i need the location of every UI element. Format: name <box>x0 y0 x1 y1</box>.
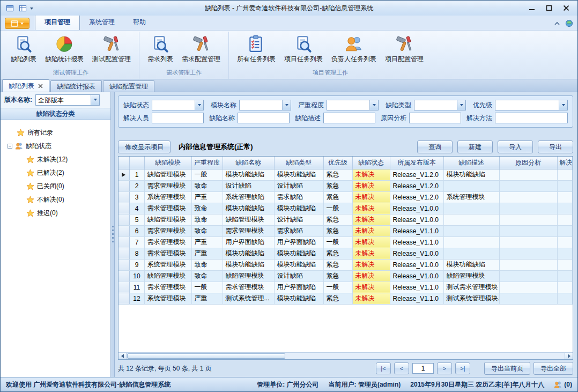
cell-priority[interactable]: 紧急 <box>323 270 352 282</box>
resolver-filter-input[interactable] <box>152 113 204 123</box>
prev-page-button[interactable]: < <box>394 363 409 374</box>
cell-module[interactable]: 缺陷管理模块 <box>144 214 191 225</box>
chevron-down-icon[interactable] <box>457 100 465 110</box>
scroll-right-arrow-icon[interactable] <box>565 353 573 359</box>
query-button[interactable]: 查询 <box>417 140 453 153</box>
cell-analysis[interactable] <box>499 180 557 191</box>
cell-module[interactable]: 系统管理模块 <box>144 259 191 270</box>
column-header-desc[interactable]: 缺陷描述 <box>443 157 499 169</box>
table-row[interactable]: 5缺陷管理模块致命缺陷管理模块设计缺陷紧急未解决Release_V1.0.0 <box>118 214 573 225</box>
cell-desc[interactable] <box>443 214 499 225</box>
close-button[interactable] <box>558 2 574 14</box>
cell-desc[interactable] <box>443 225 499 236</box>
cell-priority[interactable]: 紧急 <box>323 191 352 203</box>
last-page-button[interactable]: >| <box>455 363 470 374</box>
cell-type[interactable]: 模块功能缺陷 <box>274 259 323 270</box>
cell-type[interactable]: 模块功能缺陷 <box>274 293 323 304</box>
cell-module[interactable]: 需求管理模块 <box>144 282 191 293</box>
chevron-down-icon[interactable] <box>369 100 378 110</box>
cell-severity[interactable]: 致命 <box>191 203 223 214</box>
cell-type[interactable]: 设计缺陷 <box>274 270 323 282</box>
cell-desc[interactable]: 系统管理模块 <box>443 191 499 203</box>
splitter-handle[interactable] <box>111 92 115 377</box>
cell-module[interactable]: 系统管理模块 <box>144 191 191 203</box>
cell-type[interactable]: 需求缺陷 <box>274 191 323 203</box>
table-row[interactable]: 1缺陷管理模块一般模块功能缺陷模块功能缺陷紧急未解决Release_V1.2.0… <box>118 169 573 180</box>
cell-name[interactable]: 需求管理模块 <box>223 282 274 293</box>
application-menu-button[interactable] <box>5 18 29 29</box>
column-header-name[interactable]: 缺陷名称 <box>223 157 274 169</box>
cell-priority[interactable]: 紧急 <box>323 248 352 259</box>
defect-type-filter-combo[interactable] <box>414 100 466 110</box>
window-icon[interactable] <box>4 3 15 13</box>
table-row[interactable]: 7需求管理模块严重用户界面缺陷用户界面缺陷一般未解决Release_V1.1.0 <box>118 236 573 248</box>
cell-solution[interactable] <box>557 214 573 225</box>
cell-desc[interactable] <box>443 236 499 248</box>
cell-analysis[interactable] <box>499 169 557 180</box>
cell-desc[interactable]: 测试需求管理模块 <box>443 282 499 293</box>
modify-columns-button[interactable]: 修改显示项目 <box>118 140 171 153</box>
cell-module[interactable]: 需求管理模块 <box>144 203 191 214</box>
cell-module[interactable]: 需求管理模块 <box>144 180 191 191</box>
tab-system-management[interactable]: 系统管理 <box>80 15 124 30</box>
cell-priority[interactable]: 一般 <box>323 282 352 293</box>
table-row[interactable]: 11需求管理模块一般需求管理模块用户界面缺陷一般未解决Release_V1.1.… <box>118 282 573 293</box>
ribbon-button-all-tasks[interactable]: 所有任务列表 <box>233 32 280 65</box>
cell-version[interactable]: Release_V1.0.0 <box>390 270 443 282</box>
priority-filter-combo[interactable] <box>495 100 568 110</box>
cell-severity[interactable]: 严重 <box>191 191 223 203</box>
cell-version[interactable]: Release_V1.1.0 <box>390 236 443 248</box>
cell-status[interactable]: 未解决 <box>352 203 390 214</box>
cell-analysis[interactable] <box>499 282 557 293</box>
cell-module[interactable]: 缺陷管理模块 <box>144 270 191 282</box>
table-row[interactable]: 4需求管理模块致命模块功能缺陷模块功能缺陷一般未解决Release_V1.0.0 <box>118 203 573 214</box>
cell-type[interactable]: 模块功能缺陷 <box>274 203 323 214</box>
table-row[interactable]: 6需求管理模块致命需求管理模块需求缺陷紧急未解决Release_V1.1.0 <box>118 225 573 236</box>
export-all-button[interactable]: 导出全部 <box>533 362 573 375</box>
ribbon-button-requirement-config[interactable]: 需求配置管理 <box>177 32 225 65</box>
cell-solution[interactable] <box>557 293 573 304</box>
cell-name[interactable]: 缺陷管理模块 <box>223 270 274 282</box>
cell-priority[interactable]: 紧急 <box>323 259 352 270</box>
cell-priority[interactable]: 紧急 <box>323 214 352 225</box>
chevron-down-icon[interactable] <box>282 100 291 110</box>
cell-module[interactable]: 需求管理模块 <box>144 225 191 236</box>
table-row[interactable]: 10缺陷管理模块致命缺陷管理模块设计缺陷紧急未解决Release_V1.0.0缺… <box>118 270 573 282</box>
cell-solution[interactable] <box>557 225 573 236</box>
cell-type[interactable]: 用户界面缺陷 <box>274 236 323 248</box>
cell-status[interactable]: 未解决 <box>352 225 390 236</box>
cell-priority[interactable]: 紧急 <box>323 180 352 191</box>
severity-filter-combo[interactable] <box>327 100 379 110</box>
table-row[interactable]: 2需求管理模块致命设计缺陷设计缺陷紧急未解决Release_V1.2.0 <box>118 180 573 191</box>
first-page-button[interactable]: |< <box>376 363 391 374</box>
cell-severity[interactable]: 致命 <box>191 225 223 236</box>
chevron-down-icon[interactable] <box>559 100 567 110</box>
cell-type[interactable]: 设计缺陷 <box>274 214 323 225</box>
cell-status[interactable]: 未解决 <box>352 236 390 248</box>
cell-desc[interactable] <box>443 180 499 191</box>
cell-version[interactable]: Release_V1.0.0 <box>390 203 443 214</box>
table-row[interactable]: 8需求管理模块严重模块功能缺陷模块功能缺陷紧急未解决Release_V1.0.0 <box>118 248 573 259</box>
cell-version[interactable]: Release_V1.0.0 <box>390 259 443 270</box>
ribbon-button-requirement-list[interactable]: 需求列表 <box>143 32 177 65</box>
cell-severity[interactable]: 一般 <box>191 169 223 180</box>
cell-module[interactable]: 缺陷管理模块 <box>144 169 191 180</box>
ribbon-button-project-config[interactable]: 项目配置管理 <box>381 32 428 65</box>
tree-item-postponed[interactable]: 推迟(0) <box>4 206 107 220</box>
cell-desc[interactable]: 缺陷管理模块 <box>443 270 499 282</box>
cell-analysis[interactable] <box>499 191 557 203</box>
cell-status[interactable]: 未解决 <box>352 248 390 259</box>
cell-analysis[interactable] <box>499 225 557 236</box>
cell-name[interactable]: 模块功能缺陷 <box>223 259 274 270</box>
cell-priority[interactable]: 一般 <box>323 236 352 248</box>
scroll-left-arrow-icon[interactable] <box>118 353 127 359</box>
cell-version[interactable]: Release_V1.1.0 <box>390 293 443 304</box>
cell-name[interactable]: 用户界面缺陷 <box>223 236 274 248</box>
cell-status[interactable]: 未解决 <box>352 282 390 293</box>
cell-analysis[interactable] <box>499 203 557 214</box>
cell-severity[interactable]: 严重 <box>191 293 223 304</box>
cell-name[interactable]: 模块功能缺陷 <box>223 248 274 259</box>
online-users-indicator[interactable]: (0) <box>554 381 572 389</box>
export-button[interactable]: 导出 <box>538 140 573 153</box>
collapse-ribbon-icon[interactable] <box>553 20 561 27</box>
